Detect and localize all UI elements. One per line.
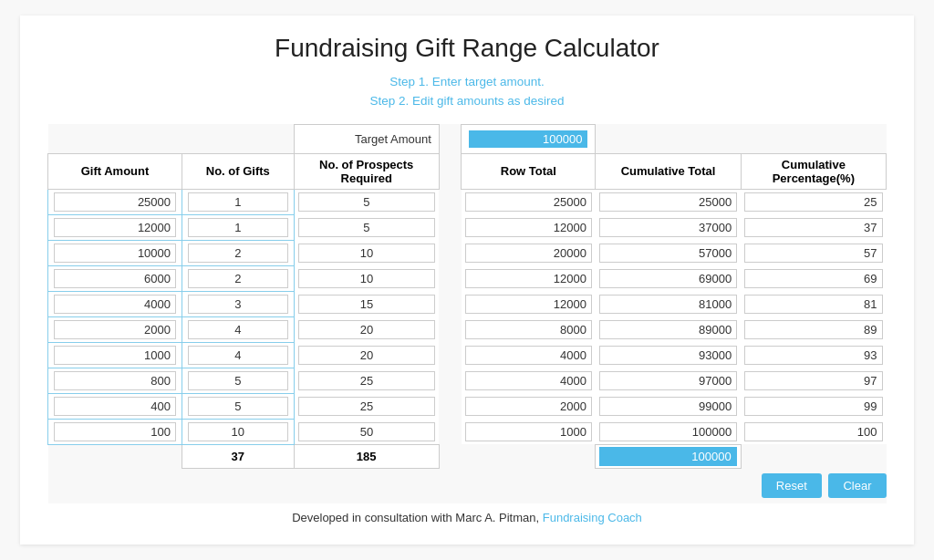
footer-link[interactable]: Fundraising Coach [543,511,642,524]
table-row [48,316,887,342]
no-gifts-1[interactable] [182,189,295,214]
step1-text: Step 1. Enter target amount. [47,72,887,92]
table-row [48,393,887,419]
step2-text: Step 2. Edit gift amounts as desired [47,91,887,111]
calculator-table: Target Amount Gift Amount No. of Gifts N… [47,124,887,527]
total-prospects: 185 [294,444,439,468]
prospects-input-2[interactable] [298,218,436,237]
col-header-cumpct: Cumulative Percentage(%) [741,153,886,189]
table-row [48,419,887,444]
footer-text-cell: Developed in consultation with Marc A. P… [48,503,887,526]
table-row [48,214,887,240]
table-row [48,265,887,291]
table-row [48,342,887,368]
step-instructions: Step 1. Enter target amount. Step 2. Edi… [47,72,887,111]
empty-cell-4 [741,124,886,153]
nogifts-input-1[interactable] [188,192,288,212]
total-no-gifts: 37 [182,444,295,468]
table-row [48,189,887,214]
total-cum-total-input [599,447,736,466]
rowtotal-1 [462,189,596,214]
reset-button[interactable]: Reset [762,473,822,498]
total-cum-total-cell [596,444,741,468]
nogifts-input-2[interactable] [188,218,288,237]
table-row [48,291,887,316]
target-label: Target Amount [294,124,439,153]
col-header-rowtotal: Row Total [462,153,596,189]
footer-text: Developed in consultation with Marc A. P… [292,511,539,524]
prospects-input-1[interactable] [298,192,436,212]
target-amount-input[interactable] [469,130,587,148]
col-gap-header [439,153,462,189]
cumpct-1 [741,189,886,214]
gap-cell [439,124,462,153]
buttons-row: Reset Clear [48,468,887,503]
col-header-cumtotal: Cumulative Total [596,153,741,189]
prospects-1[interactable] [294,189,439,214]
target-input-cell[interactable] [462,124,596,153]
cumtotal-1 [596,189,741,214]
clear-button[interactable]: Clear [828,473,886,498]
totals-row: 37 185 [48,444,887,468]
table-row [48,368,887,393]
footer-row: Developed in consultation with Marc A. P… [48,503,887,526]
empty-cell-3 [596,124,741,153]
empty-cell-1 [48,124,182,153]
col-header-gift: Gift Amount [48,153,182,189]
gift-amount-1[interactable] [48,189,182,214]
col-header-nogifts: No. of Gifts [182,153,295,189]
gift-input-1[interactable] [54,192,176,212]
col-header-prospects: No. of Prospects Required [294,153,439,189]
table-row [48,240,887,265]
header-row: Gift Amount No. of Gifts No. of Prospect… [48,153,887,189]
gift-input-3[interactable] [54,244,176,263]
target-row: Target Amount [48,124,887,153]
page-title: Fundraising Gift Range Calculator [47,34,887,63]
empty-cell-2 [182,124,295,153]
gift-input-2[interactable] [54,218,176,237]
